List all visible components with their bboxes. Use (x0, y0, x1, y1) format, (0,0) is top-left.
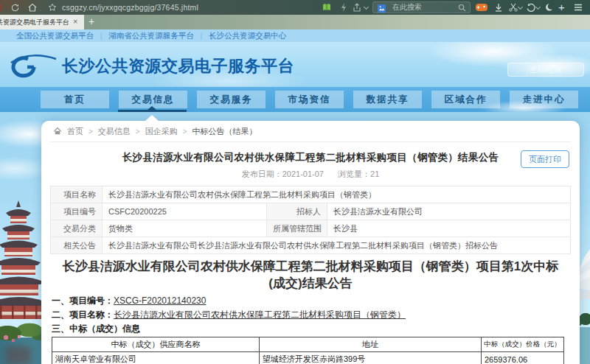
publish-date: 发布日期：2021-01-07 (242, 169, 324, 178)
trade-type-label: 交易分类 (51, 220, 103, 237)
jurisdiction-label: 所属管辖范围 (267, 220, 327, 237)
breadcrumb: 首页 > 交易信息 > 国企采购 > 中标公告（结果） (50, 121, 571, 142)
nav-market-credit[interactable]: 市场资信 (275, 91, 344, 108)
share-chevron-icon[interactable] (364, 4, 369, 10)
project-no-text: XSCG-F202012140230 (114, 295, 206, 306)
trade-type-value: 货物类 (103, 220, 267, 237)
add-icon[interactable]: + (558, 0, 569, 10)
item-project-name: 二、项目名称：长沙县洁源水业有限公司农村供水保障工程第二批材料采购项目（钢管类） (50, 310, 571, 320)
menu-icon[interactable] (573, 2, 583, 13)
table-row: 湖南天卓管业有限公司 望城经济开发区赤岗路399号 2659376.06 (52, 352, 564, 364)
site-search-button[interactable]: 全站检索 (507, 63, 584, 77)
tab-bar: 长沙公共资源交易电子服务平台 × + (0, 15, 590, 29)
address-bar[interactable]: csggzy.cn/jyxxgqcgzbggjg/37645.jhtml (62, 0, 198, 15)
breadcrumb-soe-purchase[interactable]: 国企采购 (145, 126, 178, 137)
link-changsha-center[interactable]: 长沙公共资源交易中心 (209, 31, 286, 40)
tenderee-value: 长沙县洁源水业有限公司 (327, 203, 571, 220)
page-background-photo: 首页 > 交易信息 > 国企采购 > 中标公告（结果） 长沙县洁源水业有限公司农… (0, 112, 590, 364)
article-title: 长沙县洁源水业有限公司农村供水保障工程第二批材料采购项目（钢管类）结果公告 (50, 150, 571, 164)
water-reflection (6, 346, 31, 364)
site-title: 长沙公共资源交易电子服务平台 (62, 55, 294, 77)
supplier-value: 湖南天卓管业有限公司 (52, 352, 260, 364)
announcement-heading-line2: (成交)结果公告 (50, 275, 571, 292)
table-row: 项目编号 CSFC20200225 招标人 长沙县洁源水业有限公司 (51, 203, 571, 220)
breadcrumb-trade-info[interactable]: 交易信息 (98, 126, 131, 137)
refresh-icon[interactable] (10, 3, 20, 13)
article-meta: 发布日期：2021-01-07 浏览量：21 (50, 169, 571, 179)
back-icon[interactable] (0, 4, 1, 11)
project-no-label: 项目编号 (51, 203, 103, 220)
search-icon[interactable] (458, 4, 466, 12)
bookmark-star-icon[interactable] (48, 3, 57, 12)
nav-home[interactable]: 首页 (41, 91, 109, 108)
flowers (1, 333, 24, 345)
browser-tab[interactable]: 长沙公共资源交易电子服务平台 × (0, 15, 84, 29)
separator: | (94, 32, 108, 40)
nav-data-share[interactable]: 数据共享 (353, 91, 422, 108)
print-page-button[interactable]: 页面打印 (521, 150, 569, 168)
article-title-section: 长沙县洁源水业有限公司农村供水保障工程第二批材料采购项目（钢管类）结果公告 页面… (50, 142, 571, 164)
project-name-label: 项目名称 (51, 186, 103, 203)
related-value: 长沙县洁源水业有限公司长沙县洁源水业有限公司农村供水保障工程第二批材料采购项目（… (103, 237, 571, 254)
price-header: 中标（成交）价格（元） (482, 337, 564, 352)
link-province-platform[interactable]: 湖南省公共资源服务平台 (108, 31, 194, 40)
breadcrumb-separator: > (183, 127, 187, 136)
address-header: 地址 (260, 337, 482, 352)
history-undo-icon[interactable] (526, 2, 536, 13)
content-card: 首页 > 交易信息 > 国企采购 > 中标公告（结果） 长沙县洁源水业有限公司农… (41, 121, 580, 364)
home-icon (53, 127, 62, 136)
item-result-info: 三、中标（成交）信息 (50, 324, 571, 334)
screenshot-scissors-icon[interactable] (508, 2, 518, 13)
scissors-chevron-icon[interactable] (518, 4, 523, 10)
home-icon[interactable] (27, 2, 38, 13)
card-notch (145, 115, 159, 121)
night-mode-icon[interactable] (544, 2, 555, 13)
table-row: 相关公告 长沙县洁源水业有限公司长沙县洁源水业有限公司农村供水保障工程第二批材料… (51, 237, 571, 254)
reader-mode-icon[interactable] (322, 2, 332, 13)
table-row: 项目名称 长沙县洁源水业有限公司农村供水保障工程第二批材料采购项目（钢管类） (51, 186, 571, 203)
price-value: 2659376.06 (482, 352, 564, 364)
table-row: 交易分类 货物类 所属管辖范围 长沙县 (51, 220, 571, 237)
separator: | (194, 32, 209, 40)
top-links-bar: 全国公共资源交易平台|湖南省公共资源服务平台|长沙公共资源交易中心 (0, 29, 590, 42)
undo-chevron-icon[interactable] (535, 4, 541, 10)
project-name-text: 长沙县洁源水业有限公司农村供水保障工程第二批材料采购项目（钢管类） (114, 309, 406, 320)
new-tab-icon[interactable]: + (88, 15, 94, 29)
related-label: 相关公告 (51, 237, 103, 254)
view-count: 浏览量：21 (338, 169, 379, 178)
browser-toolbar: csggzy.cn/jyxxgqcgzbggjg/37645.jhtml 在此搜… (0, 0, 590, 15)
tab-title: 长沙公共资源交易电子服务平台 (0, 15, 69, 29)
breadcrumb-home[interactable]: 首页 (67, 126, 83, 137)
breadcrumb-current: 中标公告（结果） (192, 126, 257, 137)
item-project-no: 一、项目编号：XSCG-F202012140230 (50, 296, 571, 306)
search-engine-icon[interactable] (378, 4, 386, 13)
supplier-header: 中标（成交）供应商名称 (52, 337, 260, 352)
nav-trade-service[interactable]: 交易服务 (197, 91, 266, 108)
site-logo (9, 52, 58, 80)
table-header-row: 中标（成交）供应商名称 地址 中标（成交）价格（元） (52, 337, 564, 352)
announcement-heading: 长沙县洁源水业有限公司农村供水保障工程第二批材料采购项目（钢管类）项目第1次中标… (50, 258, 571, 292)
site-header: 长沙公共资源交易电子服务平台 全站检索 (0, 42, 590, 87)
breadcrumb-separator: > (88, 127, 93, 136)
tenderee-label: 招标人 (267, 203, 327, 220)
result-table: 中标（成交）供应商名称 地址 中标（成交）价格（元） 湖南天卓管业有限公司 望城… (52, 337, 564, 364)
project-info-table: 项目名称 长沙县洁源水业有限公司农村供水保障工程第二批材料采购项目（钢管类） 项… (50, 186, 571, 254)
address-value: 望城经济开发区赤岗路399号 (260, 352, 482, 364)
announcement-heading-line1: 长沙县洁源水业有限公司农村供水保障工程第二批材料采购项目（钢管类）项目第1次中标 (50, 258, 571, 275)
tab-close-icon[interactable]: × (73, 15, 77, 29)
screen: csggzy.cn/jyxxgqcgzbggjg/37645.jhtml 在此搜… (0, 0, 590, 364)
lightning-icon[interactable] (339, 2, 349, 13)
link-national-platform[interactable]: 全国公共资源交易平台 (16, 31, 94, 40)
download-icon[interactable] (493, 2, 504, 13)
project-no-value: CSFC20200225 (103, 203, 267, 220)
share-icon[interactable] (352, 2, 362, 13)
game-center-icon[interactable] (476, 4, 487, 12)
breadcrumb-separator: > (136, 127, 140, 136)
main-nav: 首页 交易信息 交易服务 市场资信 数据共享 区域合作 走进中心 (0, 87, 590, 112)
browser-search-placeholder[interactable]: 在此搜索 (392, 2, 422, 13)
browser-search-box[interactable]: 在此搜索 (372, 1, 471, 13)
project-name-value: 长沙县洁源水业有限公司农村供水保障工程第二批材料采购项目（钢管类） (103, 186, 571, 203)
jurisdiction-value: 长沙县 (327, 220, 571, 237)
pagoda-photo (0, 200, 44, 330)
nav-active-caret (148, 106, 156, 110)
